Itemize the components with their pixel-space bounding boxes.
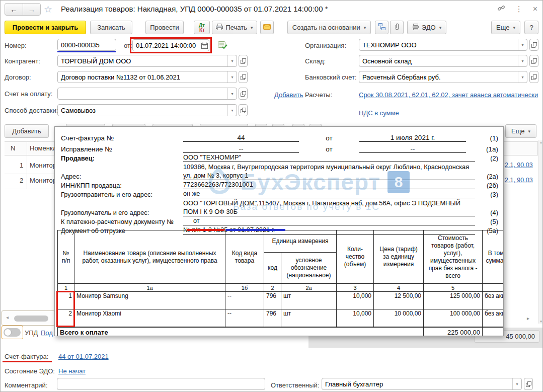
invoice-field-row: Продавец: ООО "ТЕХНОМИР" (2)	[55, 153, 503, 162]
page-title: Реализация товаров: Накладная, УПД 0000-…	[61, 5, 328, 13]
number-input[interactable]: 0000-000035	[57, 39, 116, 51]
invoice-print-preview: БухЭксперт 8 База ответов по учёту в 1С …	[54, 126, 504, 336]
printer-icon	[216, 24, 223, 32]
payment-invoice-open-button[interactable]	[239, 88, 248, 100]
toggle-knob[interactable]	[4, 329, 12, 336]
print-button[interactable]: Печать▾	[212, 21, 257, 34]
post-and-close-button[interactable]: Провести и закрыть	[5, 21, 86, 34]
items-row-1-name[interactable]: Монитор	[30, 162, 56, 169]
vertical-scrollbar[interactable]: ▴ ▾	[538, 140, 543, 324]
close-icon[interactable]: ×	[533, 5, 537, 14]
organization-input[interactable]: ТЕХНОМИР ООО▾	[359, 39, 527, 51]
responsible-input[interactable]: Главный бухгалтер▾	[322, 378, 522, 390]
delivery-method-label: Способ доставки:	[5, 107, 58, 114]
add-payment-link[interactable]: Добавить	[274, 91, 303, 99]
create-based-on-button[interactable]: Создать на основании▾	[287, 21, 371, 34]
delivery-method-open-button[interactable]	[239, 104, 248, 116]
accounts-link-row-1[interactable]: 2.1, 90.03	[505, 162, 533, 169]
structure-icon	[378, 23, 385, 32]
invoice-line-number: (1)	[475, 134, 503, 142]
chevron-down-icon[interactable]: ▾	[518, 39, 527, 50]
dt-kt-postings-button[interactable]: ДтКт	[194, 21, 210, 34]
organization-open-button[interactable]	[529, 39, 538, 51]
document-check-icon[interactable]	[218, 41, 227, 52]
number-annotation-underline	[57, 51, 116, 52]
chevron-down-icon[interactable]: ▾	[518, 55, 527, 66]
scroll-right-icon[interactable]: ▸	[527, 316, 529, 321]
scroll-up-icon[interactable]: ▴	[539, 140, 543, 144]
field-number: (2а)	[475, 173, 503, 180]
upd-toggle[interactable]	[4, 328, 21, 337]
favorite-star-icon[interactable]: ☆	[44, 4, 52, 15]
warehouse-input[interactable]: Основной склад▾	[359, 55, 527, 67]
scrollbar-thumb[interactable]	[14, 316, 48, 322]
scroll-left-icon[interactable]: ◂	[6, 315, 9, 320]
link-icon[interactable]	[497, 4, 505, 14]
scroll-down-icon[interactable]: ▾	[539, 320, 543, 324]
counterparty-input[interactable]: ТОРГОВЫЙ ДОМ ООО▾	[57, 55, 237, 67]
items-grid-header-right	[504, 141, 538, 155]
invoice-number-value: 44	[183, 134, 299, 142]
contract-open-button[interactable]	[239, 71, 248, 83]
upd-partial-link[interactable]: Под	[41, 329, 53, 337]
settlements-link[interactable]: Срок 30.08.2021, 62.01, 62.02, зачет ава…	[359, 91, 538, 99]
field-label: К платежно-расчетному документу №	[61, 218, 183, 225]
settlements-label: Расчеты:	[305, 91, 332, 99]
envelope-icon	[263, 24, 271, 31]
edo-state-link[interactable]: Не начат	[58, 367, 86, 375]
warehouse-open-button[interactable]	[529, 55, 538, 67]
organization-label: Организация:	[305, 42, 346, 49]
counterparty-open-button[interactable]	[239, 55, 248, 67]
col-price: Цена (тариф) за единицу измерения	[374, 230, 424, 284]
correction-date-value: --	[359, 145, 466, 153]
forward-button[interactable]: →	[23, 4, 40, 15]
bank-account-open-button[interactable]	[529, 71, 538, 83]
responsible-open-button[interactable]	[524, 378, 533, 390]
chevron-down-icon[interactable]: ▾	[227, 88, 237, 99]
help-button[interactable]: ?	[524, 21, 538, 34]
menu-kebab-icon[interactable]: ⋮	[515, 5, 523, 14]
contract-label: Договор:	[5, 73, 31, 81]
items-row-2-n[interactable]: 2	[20, 177, 23, 184]
field-number: (4)	[475, 209, 503, 216]
invoice-ref-link[interactable]: 44 от 01.07.2021	[58, 353, 109, 360]
date-input[interactable]: 01.07.2021 14:00:00	[132, 39, 209, 51]
related-documents-button[interactable]	[375, 21, 389, 34]
payment-invoice-label: Счет на оплату:	[5, 90, 52, 98]
comment-input[interactable]	[57, 378, 265, 390]
send-email-button[interactable]	[260, 21, 274, 34]
calendar-icon[interactable]	[200, 40, 209, 51]
col-unit-symbol: условное обозначение (национальное)	[281, 253, 337, 284]
items-row-2-name[interactable]: Монитор	[30, 177, 56, 184]
chevron-down-icon[interactable]: ▾	[512, 378, 521, 389]
chevron-down-icon[interactable]: ▾	[227, 105, 237, 116]
number-label: Номер:	[5, 42, 27, 49]
back-button[interactable]: ←	[5, 4, 23, 15]
attachments-button[interactable]	[390, 21, 404, 34]
invoice-items-table: № п/п Наименование товара (описание выпо…	[57, 230, 504, 336]
chevron-down-icon[interactable]: ▾	[227, 55, 237, 66]
field-number: (3)	[475, 191, 503, 198]
items-row-1-n[interactable]: 1	[20, 162, 23, 169]
field-label: Продавец:	[61, 154, 183, 162]
post-button[interactable]: Провести	[145, 21, 184, 34]
items-more-button[interactable]: Еще▾	[505, 124, 536, 138]
horizontal-scrollbar[interactable]: ◂	[2, 310, 55, 326]
save-button[interactable]: Записать	[90, 21, 132, 34]
field-label: Грузоотправитель и его адрес:	[61, 191, 183, 198]
edo-button[interactable]: ЭДО▾	[407, 21, 446, 34]
vat-link[interactable]: НДС в сумме	[359, 109, 399, 117]
field-number: (2)	[475, 154, 503, 162]
bank-account-input[interactable]: Расчетный Сбербанк руб.▾	[359, 71, 527, 83]
more-button[interactable]: Еще▾	[491, 21, 520, 34]
chevron-down-icon[interactable]: ▾	[227, 71, 237, 83]
correction-line-number: (1а)	[475, 145, 503, 153]
delivery-method-input[interactable]: Самовывоз▾	[57, 104, 237, 116]
field-label: ИНН/КПП продавца:	[61, 182, 183, 189]
nav-button-group: ← →	[5, 3, 41, 16]
payment-invoice-input[interactable]: ▾	[57, 88, 237, 100]
accounts-link-row-2[interactable]: 2.1, 90.03	[505, 177, 533, 184]
contract-input[interactable]: Договор поставки №1132 от 01.06.2021▾	[57, 71, 237, 83]
add-item-button[interactable]: Добавить	[5, 124, 49, 138]
chevron-down-icon[interactable]: ▾	[518, 71, 527, 83]
